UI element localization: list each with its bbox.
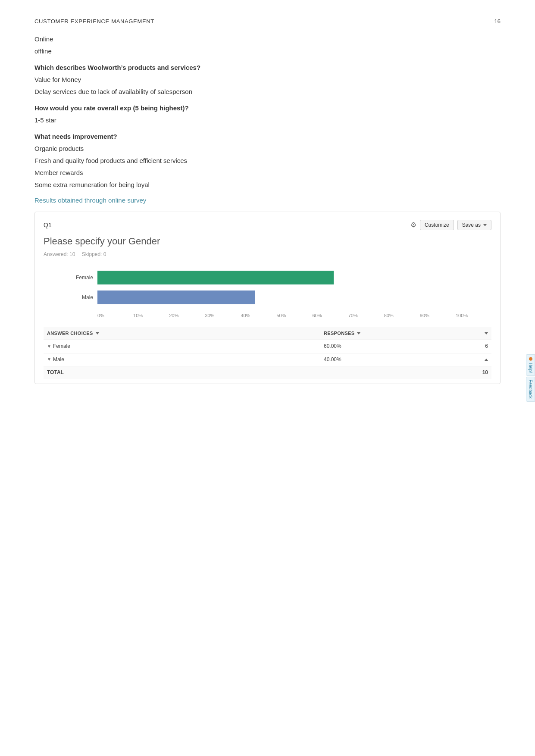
section-text: Organic products xyxy=(34,144,501,154)
row-count-female: 6 xyxy=(462,342,488,350)
x-tick-label: 70% xyxy=(348,312,384,320)
total-count-value: 10 xyxy=(482,369,488,377)
help-dot-icon xyxy=(529,357,532,361)
col-header-choice: ANSWER CHOICES xyxy=(47,330,324,337)
bar-female xyxy=(97,271,491,284)
answer-table: ANSWER CHOICES RESPONSES ▼ Female 60.00%… xyxy=(44,327,491,379)
feedback-button[interactable]: Feedback xyxy=(526,377,535,402)
section-text: offline xyxy=(34,46,501,56)
x-tick-label: 0% xyxy=(97,312,133,320)
settings-icon-button[interactable]: ⚙ xyxy=(410,221,416,229)
card-actions: ⚙ Customize Save as xyxy=(410,220,491,230)
col-responses-sort-icon[interactable] xyxy=(356,330,360,337)
section-text: Fresh and quality food products and effi… xyxy=(34,156,501,166)
col-count-sort-icon[interactable] xyxy=(484,330,488,337)
section-link: Results obtained through online survey xyxy=(34,195,501,206)
skipped-count: Skipped: 0 xyxy=(82,251,106,257)
bar-male xyxy=(97,291,491,304)
x-axis: 0%10%20%30%40%50%60%70%80%90%100% xyxy=(97,312,491,320)
row-count-male xyxy=(462,356,488,364)
x-axis-labels: 0%10%20%30%40%50%60%70%80%90%100% xyxy=(97,312,491,320)
table-header: ANSWER CHOICES RESPONSES xyxy=(44,327,491,341)
x-tick-label: 30% xyxy=(205,312,241,320)
section-text: Delay services due to lack of availabili… xyxy=(34,87,501,97)
chevron-down-icon xyxy=(482,222,487,228)
card-header: Q1 ⚙ Customize Save as xyxy=(44,220,491,230)
row-choice-label-male: Male xyxy=(53,356,64,364)
row-arrow-female[interactable]: ▼ xyxy=(47,343,51,350)
row-choice-female: ▼ Female xyxy=(47,342,324,350)
section-text: Some extra remuneration for being loyal xyxy=(34,180,501,190)
bar-chart: Female Male xyxy=(69,266,491,309)
x-tick-label: 40% xyxy=(241,312,276,320)
section-text: Member rewards xyxy=(34,168,501,178)
table-row: ▼ Male 40.00% xyxy=(44,353,491,366)
row-choice-male: ▼ Male xyxy=(47,356,324,364)
bar-label-female: Female xyxy=(69,274,93,282)
bar-fill-female xyxy=(97,271,334,284)
x-tick-label: 20% xyxy=(169,312,205,320)
chart-row-male: Male xyxy=(69,291,491,304)
row-count-val-female: 6 xyxy=(485,342,488,350)
save-as-button[interactable]: Save as xyxy=(457,220,491,230)
answered-info: Answered: 10 Skipped: 0 xyxy=(44,250,491,259)
row-pct-male: 40.00% xyxy=(324,356,341,364)
save-as-label: Save as xyxy=(462,222,481,228)
total-label: TOTAL xyxy=(47,369,64,377)
x-tick-label: 80% xyxy=(384,312,420,320)
customize-button[interactable]: Customize xyxy=(420,220,454,230)
total-count-cell: 10 xyxy=(462,369,488,377)
page-number: 16 xyxy=(494,17,501,26)
section-heading: How would you rate overall exp (5 being … xyxy=(34,103,501,113)
section-heading: Which describes Woolworth’s products and… xyxy=(34,62,501,73)
table-total-row: TOTAL 10 xyxy=(44,366,491,379)
content-body: OnlineofflineWhich describes Woolworth’s… xyxy=(34,34,501,206)
survey-card: Q1 ⚙ Customize Save as Please specify yo… xyxy=(34,212,501,384)
x-tick-label: 50% xyxy=(276,312,312,320)
total-label-cell: TOTAL xyxy=(47,369,324,377)
x-tick-label: 10% xyxy=(133,312,169,320)
chart-row-female: Female xyxy=(69,271,491,284)
x-tick-label: 90% xyxy=(420,312,456,320)
document-header: CUSTOMER EXPERIENCE MANAGEMENT 16 xyxy=(34,17,501,26)
col-header-count xyxy=(462,330,488,337)
question-label: Q1 xyxy=(44,220,52,230)
row-pct-female: 60.00% xyxy=(324,342,341,350)
col-choice-sort-icon[interactable] xyxy=(95,330,99,337)
help-button[interactable]: Help! xyxy=(526,354,535,376)
x-tick-label: 60% xyxy=(313,312,348,320)
table-row: ▼ Female 60.00% 6 xyxy=(44,340,491,353)
question-title: Please specify your Gender xyxy=(44,234,491,249)
bar-label-male: Male xyxy=(69,294,93,302)
x-tick-label: 100% xyxy=(456,312,491,320)
side-panel: Help! Feedback xyxy=(526,354,535,402)
document-title: CUSTOMER EXPERIENCE MANAGEMENT xyxy=(34,17,154,26)
row-response-female: 60.00% xyxy=(324,342,462,350)
section-heading: What needs improvement? xyxy=(34,131,501,142)
help-label: Help! xyxy=(528,363,533,373)
gear-icon: ⚙ xyxy=(410,221,416,228)
row-response-male: 40.00% xyxy=(324,356,462,364)
col-choice-label: ANSWER CHOICES xyxy=(47,330,93,337)
bar-fill-male xyxy=(97,291,255,304)
feedback-label: Feedback xyxy=(528,380,533,399)
section-text: 1-5 star xyxy=(34,115,501,125)
row-arrow-male[interactable]: ▼ xyxy=(47,356,51,363)
col-responses-label: RESPONSES xyxy=(324,330,354,337)
chart-area: Female Male 0%10%20%30%40%50%60%70%80%90… xyxy=(44,266,491,320)
col-header-responses: RESPONSES xyxy=(324,330,462,337)
answered-count: Answered: 10 xyxy=(44,251,75,257)
section-text: Online xyxy=(34,34,501,44)
section-text: Value for Money xyxy=(34,75,501,85)
chevron-up-icon[interactable] xyxy=(484,356,488,364)
row-choice-label-female: Female xyxy=(53,342,70,350)
